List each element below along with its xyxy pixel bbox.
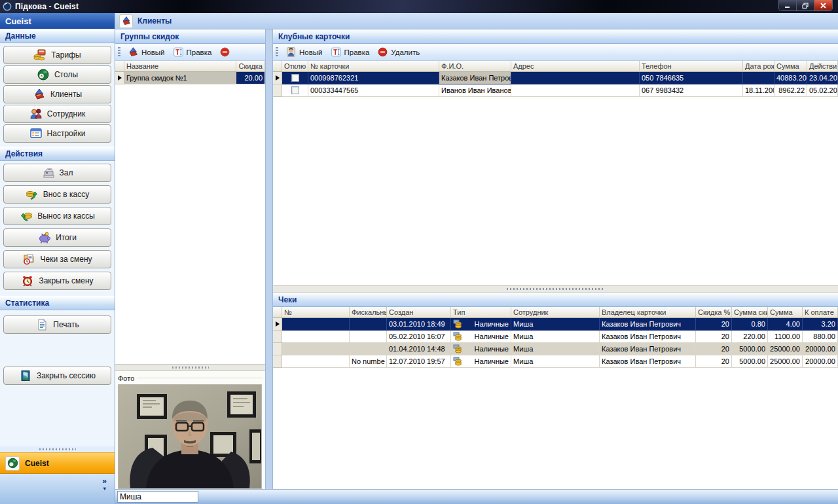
sidebar-button-tariffs[interactable]: Тарифы: [3, 46, 111, 64]
clients-icon: [33, 88, 46, 101]
door-icon: [19, 369, 32, 382]
column-header-owner[interactable]: Владелец карточки: [600, 307, 696, 318]
cell-fiscal: No numbe: [350, 355, 387, 368]
column-header-employee[interactable]: Сотрудник: [511, 307, 600, 318]
cell-sum: 4.00: [768, 318, 803, 331]
column-header-discount-pct[interactable]: Скидка %: [696, 307, 732, 318]
sidebar-button-close-shift[interactable]: Закрыть смену: [3, 272, 111, 290]
header-marker: [115, 61, 124, 72]
column-header-card-number[interactable]: № карточки: [308, 61, 439, 72]
column-header-created[interactable]: Создан: [387, 307, 451, 318]
disabled-checkbox[interactable]: [291, 74, 299, 82]
cell-to-pay: 20000.00: [803, 343, 838, 355]
table-row[interactable]: No numbe 12.07.2010 19:57 Наличные: [273, 355, 838, 368]
column-header-fio[interactable]: Ф.И.О.: [439, 61, 511, 72]
chevron-expand-button[interactable]: »▾: [102, 478, 107, 492]
restore-button[interactable]: [797, 0, 814, 11]
column-header-number[interactable]: №: [282, 307, 350, 318]
club-cards-header: Клубные карточки: [273, 29, 838, 44]
new-card-button[interactable]: Новый: [283, 45, 325, 59]
toolbar-grip[interactable]: [276, 47, 278, 58]
cell-created: 05.02.2010 16:07: [387, 331, 451, 343]
column-header-sum[interactable]: Сумма: [774, 61, 807, 72]
disabled-checkbox[interactable]: [291, 86, 299, 94]
cell-created: 03.01.2010 18:49: [387, 318, 451, 331]
sidebar-button-totals[interactable]: Итоги: [3, 228, 111, 247]
column-header-to-pay[interactable]: К оплате: [803, 307, 838, 318]
column-header-disabled[interactable]: Отклю: [282, 61, 308, 72]
sidebar-button-shift-receipts[interactable]: Чеки за смену: [3, 250, 111, 268]
billiard-ball-icon: [5, 456, 20, 471]
cell-sum: 40883.20: [774, 72, 807, 84]
cell-fiscal: [350, 318, 387, 331]
column-header-valid[interactable]: Действит: [807, 61, 838, 72]
receipts-splitter[interactable]: [273, 285, 838, 293]
column-header-discount-sum[interactable]: Сумма ски: [732, 307, 768, 318]
cell-number: [282, 355, 350, 368]
cash-register-icon: [42, 166, 55, 179]
sidebar-button-label: Закрыть сессию: [37, 371, 96, 380]
tab-clients[interactable]: Клиенты: [118, 13, 178, 29]
edit-text-icon: [331, 46, 342, 58]
column-header-type[interactable]: Тип: [451, 307, 511, 318]
sidebar-button-cash-out[interactable]: Вынос из кассы: [3, 207, 111, 225]
sidebar-button-settings[interactable]: Настройки: [3, 124, 111, 143]
restore-icon: [802, 3, 809, 9]
edit-card-button[interactable]: Правка: [328, 45, 373, 59]
cash-out-icon: [20, 209, 33, 223]
sidebar-splitter[interactable]: [0, 446, 115, 452]
sidebar-button-tables[interactable]: 8 Столы: [3, 65, 111, 84]
billiard-ball-icon: 8: [37, 68, 50, 81]
close-button[interactable]: [814, 0, 832, 11]
new-group-button[interactable]: Новый: [125, 45, 168, 59]
title-bar[interactable]: Підкова - Cueist: [0, 0, 838, 13]
cell-discount-sum: 0.80: [732, 318, 768, 331]
toolbar-grip[interactable]: [118, 47, 120, 58]
table-row[interactable]: 03.01.2010 18:49 Наличные Миша: [273, 318, 838, 331]
cell-number: [282, 318, 350, 331]
photo-label: Фото: [118, 374, 134, 382]
column-header-name[interactable]: Название: [124, 61, 236, 72]
sidebar-button-label: Внос в кассу: [43, 190, 90, 199]
employee-input[interactable]: [117, 491, 198, 503]
empty-grid-area: [273, 97, 838, 285]
delete-icon: [377, 46, 388, 58]
minimize-icon: [784, 3, 791, 9]
vertical-splitter[interactable]: [266, 29, 272, 489]
sidebar-button-employee[interactable]: Сотрудник: [3, 105, 111, 123]
row-marker: [273, 318, 282, 331]
column-header-fiscal[interactable]: Фискальны: [350, 307, 387, 318]
column-header-discount[interactable]: Скидка: [236, 61, 265, 72]
sidebar-button-print[interactable]: Печать: [3, 315, 111, 334]
table-row[interactable]: 000998762321 Казаков Иван Петрович 050 7…: [273, 72, 838, 84]
sidebar-button-close-session[interactable]: Закрыть сессию: [3, 367, 111, 385]
cell-type-label: Наличные: [475, 344, 509, 353]
table-row[interactable]: Группа скидок №1 20.00: [115, 72, 265, 84]
column-header-birthdate[interactable]: Дата рож: [743, 61, 774, 72]
empty-grid-area: [273, 368, 838, 489]
photo-splitter[interactable]: [115, 364, 265, 371]
cell-created: 12.07.2010 19:57: [387, 355, 451, 368]
delete-card-button[interactable]: Удалить: [374, 45, 422, 59]
sidebar-item-cueist[interactable]: Cueist: [0, 452, 115, 474]
employees-icon: [29, 107, 43, 120]
minimize-button[interactable]: [779, 0, 797, 11]
table-row[interactable]: 000333447565 Иванов Иван Иванович 067 99…: [273, 84, 838, 97]
sidebar-button-hall[interactable]: Зал: [3, 164, 111, 182]
delete-group-button[interactable]: [217, 45, 233, 59]
table-row[interactable]: 05.02.2010 16:07 Наличные Миша: [273, 331, 838, 343]
sidebar-group-stats: Печать Закрыть сессию: [0, 310, 115, 386]
cell-birthdate: 18.11.200: [743, 84, 774, 97]
discount-groups-table: Название Скидка Группа скидок №1 20.00: [115, 61, 265, 84]
sidebar-button-cash-in[interactable]: Внос в кассу: [3, 185, 111, 204]
cell-discount-sum: 5000.00: [732, 355, 768, 368]
sidebar-button-clients[interactable]: Клиенты: [3, 85, 111, 103]
column-header-address[interactable]: Адрес: [511, 61, 640, 72]
cell-discount-sum: 5000.00: [732, 343, 768, 355]
cell-type-label: Наличные: [475, 332, 509, 341]
spacer: [3, 335, 111, 367]
table-row[interactable]: 01.04.2010 14:48 Наличные Миша: [273, 343, 838, 355]
column-header-phone[interactable]: Телефон: [640, 61, 743, 72]
column-header-sum[interactable]: Сумма: [768, 307, 803, 318]
edit-group-button[interactable]: Правка: [170, 45, 215, 59]
